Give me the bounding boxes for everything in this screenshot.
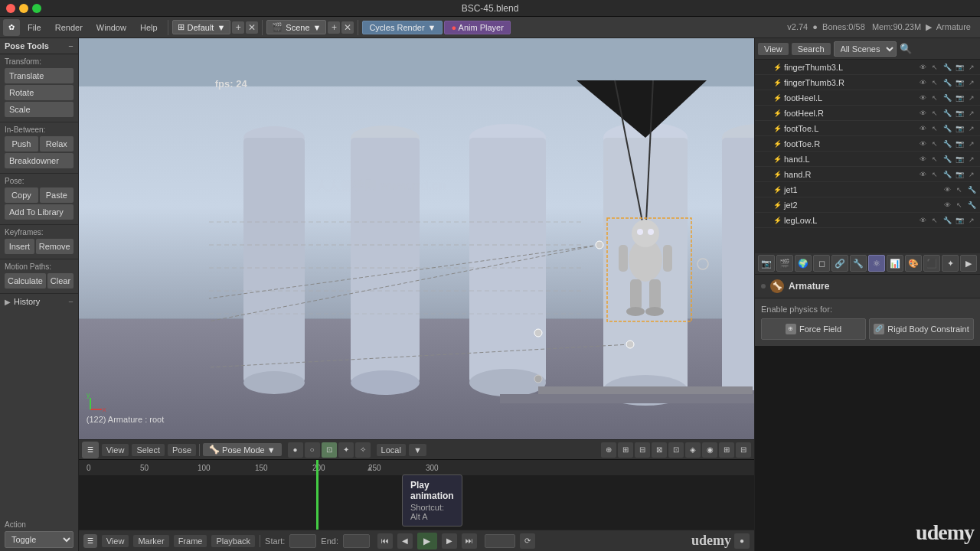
eye-icon-2[interactable]: 👁 xyxy=(917,77,928,88)
world-props-btn[interactable]: 🌍 xyxy=(795,255,812,272)
render-props-btn[interactable]: 📷 xyxy=(758,255,775,272)
anim-player-button[interactable]: ● Anim Player xyxy=(444,21,510,34)
cursor-icon[interactable]: ↖ xyxy=(929,62,940,73)
layout-selector[interactable]: ⊞ Default ▼ xyxy=(172,20,231,34)
prev-frame-button[interactable]: ◀ xyxy=(397,533,413,549)
window-controls[interactable] xyxy=(6,4,41,13)
cam-icon[interactable]: 📷 xyxy=(954,62,965,73)
arrow-icon-2[interactable]: ↗ xyxy=(966,77,977,88)
wrench-icon-4[interactable]: 🔧 xyxy=(942,108,952,119)
remove-layout-button[interactable]: ✕ xyxy=(246,21,258,34)
history-section[interactable]: ▶ History − xyxy=(0,294,78,309)
wrench-icon-2[interactable]: 🔧 xyxy=(942,77,952,88)
cam-icon-2[interactable]: 📷 xyxy=(954,77,965,88)
wrench-icon[interactable]: 🔧 xyxy=(942,62,952,73)
push-button[interactable]: Push xyxy=(5,136,38,152)
cursor-icon-7[interactable]: ↖ xyxy=(929,154,940,165)
data-props-btn[interactable]: 📊 xyxy=(887,255,903,272)
viewport[interactable]: 人人都学网 www.rrd.cn x y (122) Armature : ro… xyxy=(79,38,754,439)
viewport-btn-4[interactable]: ✦ xyxy=(338,442,354,458)
breakdowner-button[interactable]: Breakdowner xyxy=(5,153,74,168)
timeline-track[interactable] xyxy=(79,475,754,530)
wrench-icon-7[interactable]: 🔧 xyxy=(942,154,952,165)
arrow-icon-6[interactable]: ↗ xyxy=(966,139,977,149)
cam-icon-4[interactable]: 📷 xyxy=(954,108,965,119)
outliner-list[interactable]: ⚡ fingerThumb3.L 👁 ↖ 🔧 📷 ↗ ⚡ fingerThumb… xyxy=(755,60,980,253)
viewport-btn-5[interactable]: ✧ xyxy=(355,442,371,458)
frame-button[interactable]: Frame xyxy=(174,535,207,547)
copy-button[interactable]: Copy xyxy=(5,187,38,203)
scene-selector[interactable]: 🎬 Scene ▼ xyxy=(266,20,326,34)
outliner-item-fingerthumb3l[interactable]: ⚡ fingerThumb3.L 👁 ↖ 🔧 📷 ↗ xyxy=(755,60,980,75)
maximize-button[interactable] xyxy=(32,4,41,13)
particles-props-btn[interactable]: ✦ xyxy=(942,255,959,272)
cursor-icon-3[interactable]: ↖ xyxy=(929,93,940,103)
cam-icon-8[interactable]: 📷 xyxy=(954,169,965,180)
local-button[interactable]: Local xyxy=(377,444,406,456)
render-engine-selector[interactable]: Cycles Render ▼ xyxy=(362,21,443,34)
marker-button[interactable]: Marker xyxy=(133,535,168,547)
force-field-button[interactable]: ⊕ Force Field xyxy=(761,318,866,340)
vp-right-btn-5[interactable]: ⊡ xyxy=(668,442,684,458)
cursor-icon-6[interactable]: ↖ xyxy=(929,139,940,149)
eye-icon-8[interactable]: 👁 xyxy=(917,169,928,180)
outliner-item-jet1[interactable]: ⚡ jet1 👁 ↖ 🔧 xyxy=(755,182,980,197)
calculate-button[interactable]: Calculate xyxy=(5,273,46,289)
arrow-icon-3[interactable]: ↗ xyxy=(966,93,977,103)
sync-btn[interactable]: ⟳ xyxy=(520,533,535,549)
add-layout-button[interactable]: + xyxy=(232,21,244,34)
vp-right-btn-3[interactable]: ⊟ xyxy=(635,442,650,458)
outliner-item-leglowl[interactable]: ⚡ legLow.L 👁 ↖ 🔧 📷 ↗ xyxy=(755,213,980,228)
outliner-item-fingerthumb3r[interactable]: ⚡ fingerThumb3.R 👁 ↖ 🔧 📷 ↗ xyxy=(755,75,980,90)
outliner-item-jet2[interactable]: ⚡ jet2 👁 ↖ 🔧 xyxy=(755,197,980,213)
next-frame-button[interactable]: ▶ xyxy=(442,533,457,549)
paste-button[interactable]: Paste xyxy=(40,187,74,203)
outliner-search-button[interactable]: Search xyxy=(792,43,831,55)
cam-icon-7[interactable]: 📷 xyxy=(954,154,965,165)
outliner-item-foottoer[interactable]: ⚡ footToe.L 👁 ↖ 🔧 📷 ↗ xyxy=(755,121,980,136)
local-arrow[interactable]: ▼ xyxy=(409,444,426,456)
rotate-button[interactable]: Rotate xyxy=(5,85,74,100)
arrow-icon-7[interactable]: ↗ xyxy=(966,154,977,165)
cam-icon-6[interactable]: 📷 xyxy=(954,139,965,149)
playback-button[interactable]: Playback xyxy=(211,535,255,547)
cursor-icon-4[interactable]: ↖ xyxy=(929,108,940,119)
anim-props-btn[interactable]: ▶ xyxy=(960,255,977,272)
vp-right-btn-9[interactable]: ⊟ xyxy=(736,442,751,458)
clear-button[interactable]: Clear xyxy=(47,273,74,289)
viewport-btn-2[interactable]: ○ xyxy=(305,442,320,458)
remove-scene-button[interactable]: ✕ xyxy=(341,21,354,34)
eye-icon-9[interactable]: 👁 xyxy=(942,184,952,195)
wrench-icon-8[interactable]: 🔧 xyxy=(942,169,952,180)
wrench-icon-6[interactable]: 🔧 xyxy=(942,139,952,149)
vp-right-btn-4[interactable]: ⊠ xyxy=(652,442,667,458)
outliner-item-foottoer2[interactable]: ⚡ footToe.R 👁 ↖ 🔧 📷 ↗ xyxy=(755,136,980,152)
cursor-icon-5[interactable]: ↖ xyxy=(929,123,940,134)
cam-icon-11[interactable]: 📷 xyxy=(954,215,965,226)
pose-menu-button[interactable]: Pose xyxy=(168,444,196,456)
scene-props-btn[interactable]: 🎬 xyxy=(776,255,793,272)
eye-icon-11[interactable]: 👁 xyxy=(917,215,928,226)
close-button[interactable] xyxy=(6,4,15,13)
vp-right-btn-6[interactable]: ◈ xyxy=(685,442,701,458)
eye-icon-6[interactable]: 👁 xyxy=(917,139,928,149)
wrench-icon-10[interactable]: 🔧 xyxy=(966,200,977,210)
arrow-icon-11[interactable]: ↗ xyxy=(966,215,977,226)
select-button[interactable]: Select xyxy=(132,444,165,456)
menu-help[interactable]: Help xyxy=(134,21,164,34)
minimize-button[interactable] xyxy=(19,4,28,13)
cursor-icon-10[interactable]: ↖ xyxy=(954,200,965,210)
go-start-button[interactable]: ⏮ xyxy=(377,533,393,549)
vp-right-btn-8[interactable]: ⊞ xyxy=(719,442,734,458)
outliner-item-footheell[interactable]: ⚡ footHeel.L 👁 ↖ 🔧 📷 ↗ xyxy=(755,90,980,106)
insert-button[interactable]: Insert xyxy=(5,239,34,254)
menu-file[interactable]: File xyxy=(21,21,47,34)
outliner-item-handr[interactable]: ⚡ hand.R 👁 ↖ 🔧 📷 ↗ xyxy=(755,167,980,182)
vp-right-btn-2[interactable]: ⊞ xyxy=(618,442,633,458)
cursor-icon-2[interactable]: ↖ xyxy=(929,77,940,88)
scale-button[interactable]: Scale xyxy=(5,102,74,117)
expand-icon[interactable] xyxy=(761,284,766,289)
vp-right-btn-1[interactable]: ⊕ xyxy=(601,442,616,458)
remove-button[interactable]: Remove xyxy=(36,239,74,254)
wrench-icon-11[interactable]: 🔧 xyxy=(942,215,952,226)
